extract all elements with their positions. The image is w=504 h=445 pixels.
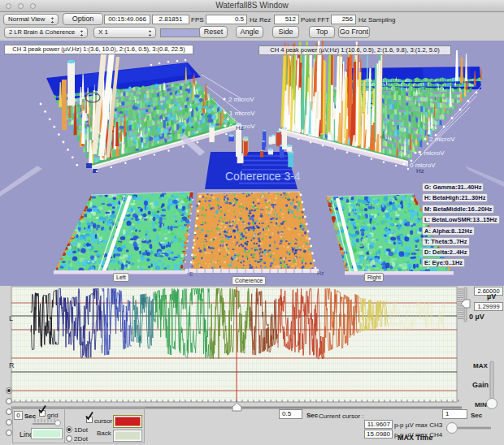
svg-text:2 microV: 2 microV: [228, 96, 254, 103]
svg-text:E: E: [189, 271, 193, 277]
svg-text:Coherence 3-4: Coherence 3-4: [225, 170, 301, 183]
svg-text:Hz: Hz: [416, 167, 424, 175]
svg-text:2 microV: 2 microV: [429, 136, 455, 143]
svg-text:Hz: Hz: [236, 124, 244, 132]
svg-text:1 microV: 1 microV: [419, 149, 445, 157]
svg-text:Hz: Hz: [317, 270, 324, 276]
svg-text:1 microV: 1 microV: [229, 110, 255, 117]
